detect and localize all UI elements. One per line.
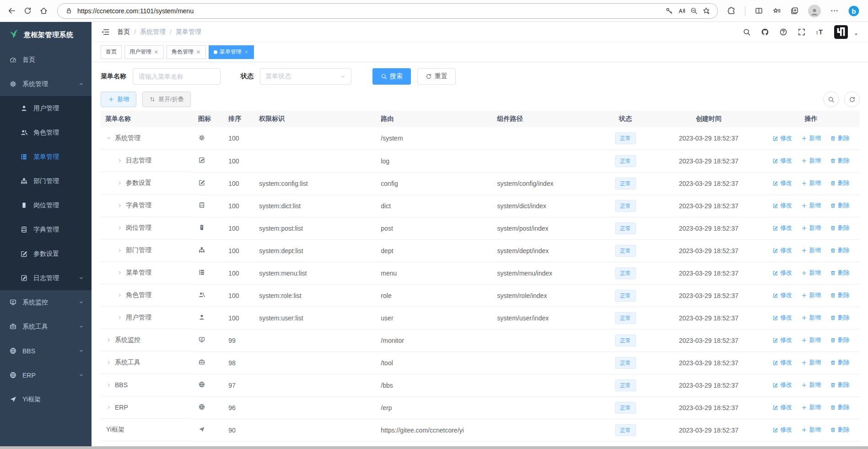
split-screen-icon[interactable] [755, 6, 763, 15]
toggle-search-button[interactable] [823, 92, 839, 107]
add-link[interactable]: 新增 [801, 246, 821, 254]
add-link[interactable]: 新增 [801, 134, 821, 142]
add-link[interactable]: 新增 [801, 403, 821, 411]
add-link[interactable]: 新增 [801, 179, 821, 187]
expand-row-icon[interactable] [106, 337, 112, 343]
sidebar-item[interactable]: Yi框架 [0, 387, 92, 411]
add-button[interactable]: 新增 [101, 92, 136, 107]
add-link[interactable]: 新增 [801, 157, 821, 165]
url-text[interactable]: https://ccnetcore.com:1101/system/menu [77, 7, 661, 15]
expand-row-icon[interactable] [117, 203, 123, 208]
tab[interactable]: 角色管理 [167, 45, 206, 59]
add-link[interactable]: 新增 [801, 314, 821, 322]
add-link[interactable]: 新增 [801, 201, 821, 210]
tab[interactable]: 首页 [101, 45, 122, 59]
delete-link[interactable]: 删除 [830, 336, 850, 344]
home-icon[interactable] [39, 6, 48, 15]
delete-link[interactable]: 删除 [830, 403, 850, 411]
sidebar-item[interactable]: 角色管理 [0, 120, 92, 145]
edit-link[interactable]: 修改 [772, 358, 792, 367]
address-bar[interactable]: https://ccnetcore.com:1101/system/menu [57, 3, 718, 19]
edit-link[interactable]: 修改 [772, 179, 792, 187]
delete-link[interactable]: 删除 [830, 157, 850, 165]
edit-link[interactable]: 修改 [772, 426, 792, 434]
add-link[interactable]: 新增 [801, 291, 821, 299]
sidebar-item[interactable]: 系统监控 [0, 290, 92, 314]
breadcrumb-item[interactable]: 首页 [117, 28, 130, 36]
sidebar-item[interactable]: BBS [0, 339, 92, 363]
collapse-row-icon[interactable] [106, 135, 112, 141]
sidebar-item[interactable]: 字典管理 [0, 217, 92, 242]
sidebar-item[interactable]: 参数设置 [0, 242, 92, 266]
github-icon[interactable] [761, 28, 769, 36]
delete-link[interactable]: 删除 [830, 269, 850, 277]
breadcrumb-item[interactable]: 菜单管理 [176, 28, 201, 36]
expand-row-icon[interactable] [117, 180, 123, 186]
sidebar-item[interactable]: ERP [0, 363, 92, 387]
help-icon[interactable] [779, 28, 787, 36]
search-button[interactable]: 搜索 [372, 68, 411, 85]
add-link[interactable]: 新增 [801, 358, 821, 367]
edit-link[interactable]: 修改 [772, 403, 792, 411]
expand-collapse-button[interactable]: 展开/折叠 [142, 92, 191, 107]
expand-row-icon[interactable] [106, 360, 112, 365]
sidebar-item[interactable]: 部门管理 [0, 169, 92, 193]
delete-link[interactable]: 删除 [830, 426, 850, 434]
delete-link[interactable]: 删除 [830, 246, 850, 254]
user-avatar[interactable] [834, 25, 848, 39]
zoom-out-icon[interactable] [690, 7, 698, 15]
edit-link[interactable]: 修改 [772, 224, 792, 232]
delete-link[interactable]: 删除 [830, 291, 850, 299]
add-link[interactable]: 新增 [801, 336, 821, 344]
expand-row-icon[interactable] [117, 158, 123, 163]
delete-link[interactable]: 删除 [830, 314, 850, 322]
add-link[interactable]: 新增 [801, 426, 821, 434]
read-aloud-icon[interactable] [678, 7, 685, 15]
expand-row-icon[interactable] [117, 292, 123, 298]
menu-name-input[interactable] [133, 68, 221, 85]
status-select[interactable]: 菜单状态 [260, 68, 351, 85]
edit-link[interactable]: 修改 [772, 201, 792, 210]
edit-link[interactable]: 修改 [772, 381, 792, 389]
back-icon[interactable] [7, 6, 16, 15]
delete-link[interactable]: 删除 [830, 179, 850, 187]
breadcrumb-item[interactable]: 系统管理 [140, 28, 166, 36]
sidebar-item[interactable]: 菜单管理 [0, 145, 92, 169]
edit-link[interactable]: 修改 [772, 134, 792, 142]
caret-down-icon[interactable] [858, 27, 859, 37]
expand-row-icon[interactable] [117, 248, 123, 253]
more-menu-icon[interactable] [830, 6, 839, 15]
bing-icon[interactable]: b [848, 5, 860, 17]
fullscreen-icon[interactable] [798, 28, 806, 36]
expand-row-icon[interactable] [117, 315, 123, 320]
search-icon[interactable] [743, 28, 751, 36]
tab[interactable]: 菜单管理 [209, 45, 254, 59]
delete-link[interactable]: 删除 [830, 134, 850, 142]
expand-row-icon[interactable] [106, 405, 112, 410]
sidebar-item[interactable]: 日志管理 [0, 266, 92, 290]
edit-link[interactable]: 修改 [772, 157, 792, 165]
browser-profile-avatar[interactable] [808, 5, 821, 17]
close-icon[interactable] [244, 49, 249, 54]
collapse-sidebar-icon[interactable] [101, 27, 110, 37]
font-size-icon[interactable]: tT [816, 28, 824, 36]
expand-row-icon[interactable] [117, 270, 123, 276]
add-link[interactable]: 新增 [801, 224, 821, 232]
password-key-icon[interactable] [665, 7, 673, 15]
reset-button[interactable]: 重置 [417, 68, 456, 85]
add-favorite-icon[interactable] [702, 7, 710, 15]
sidebar-item[interactable]: 用户管理 [0, 96, 92, 120]
refresh-table-button[interactable] [844, 92, 860, 107]
delete-link[interactable]: 删除 [830, 201, 850, 210]
extensions-icon[interactable] [727, 6, 736, 15]
edit-link[interactable]: 修改 [772, 291, 792, 299]
edit-link[interactable]: 修改 [772, 336, 792, 344]
favorites-icon[interactable] [772, 6, 781, 15]
sidebar-item[interactable]: 岗位管理 [0, 193, 92, 217]
add-link[interactable]: 新增 [801, 381, 821, 389]
collections-icon[interactable] [790, 6, 799, 15]
sidebar-item[interactable]: 系统管理 [0, 72, 92, 96]
refresh-icon[interactable] [23, 6, 32, 15]
sidebar-item[interactable]: 首页 [0, 48, 92, 72]
close-icon[interactable] [154, 49, 159, 54]
